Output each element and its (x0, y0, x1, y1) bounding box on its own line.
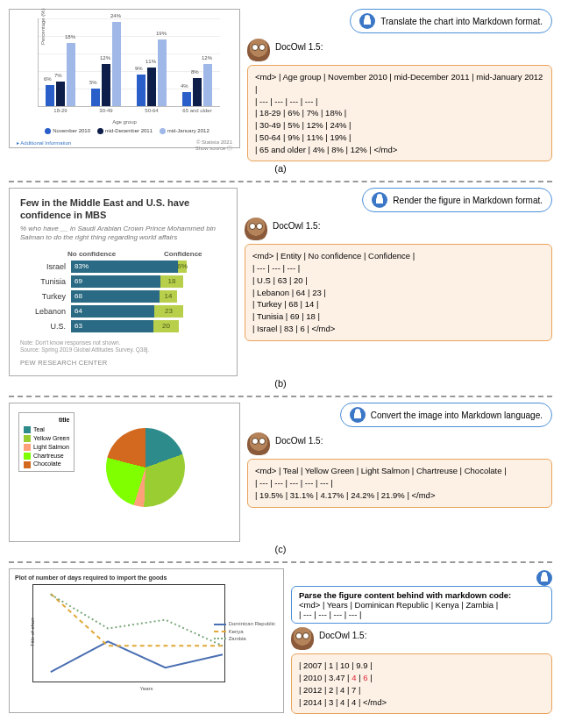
response-box: <md> | Teal | Yellow Green | Light Salmo… (247, 459, 552, 507)
user-icon (372, 192, 387, 208)
section-d: Plot of number of days required to impor… (9, 568, 552, 714)
owl-icon (247, 39, 270, 61)
user-prompt-text: Convert the image into Markdown language… (371, 410, 543, 420)
user-prompt-text: Translate the chart into Markdown format… (380, 17, 543, 26)
y-axis-label: Percentage (%) (40, 8, 46, 45)
user-icon (359, 13, 375, 29)
prompt-body: <md> | Years | Dominican Republic | Keny… (299, 600, 498, 619)
divider (9, 561, 552, 563)
chart-c-pie: title Teal Yellow Green Light Salmon Cha… (9, 403, 240, 542)
chart-b-horizontal-bar: Few in the Middle East and U.S. have con… (9, 188, 238, 376)
user-icon (350, 407, 366, 423)
line-legend: Dominican Republic Kenya Zambia (214, 620, 275, 642)
divider (9, 181, 552, 182)
owl-icon (245, 218, 267, 240)
section-label-a: (a) (9, 163, 552, 174)
chart-title: Few in the Middle East and U.S. have con… (20, 197, 226, 220)
pie-legend: title Teal Yellow Green Light Salmon Cha… (18, 412, 75, 472)
additional-info-link[interactable]: ▸ Additional Information (17, 139, 71, 153)
owl-label: DocOwl 1.5: (273, 221, 320, 231)
owl-label: DocOwl 1.5: (275, 436, 323, 446)
user-prompt-bubble: Render the figure in Markdown format. (362, 188, 552, 212)
section-label-b: (b) (9, 378, 552, 389)
x-axis-label: Age group (15, 119, 234, 125)
owl-label: DocOwl 1.5: (275, 42, 323, 52)
response-box: <md> | Entity | No confidence | Confiden… (245, 244, 552, 340)
user-prompt-text: Render the figure in Markdown format. (393, 196, 543, 205)
chart-title: Plot of number of days required to impor… (15, 575, 278, 581)
section-b: Few in the Middle East and U.S. have con… (9, 188, 552, 389)
user-prompt-bubble: Convert the image into Markdown language… (340, 403, 552, 427)
user-icon (536, 570, 552, 586)
chart-source-org: PEW RESEARCH CENTER (20, 359, 226, 367)
x-axis-label: Years (15, 686, 278, 691)
response-box: | 2007 | 1 | 10 | 9.9 | | 2010 | 3.47 | … (291, 653, 552, 714)
section-c: title Teal Yellow Green Light Salmon Cha… (9, 403, 552, 554)
response-box: <md> | Age group | November 2010 | mid-D… (247, 65, 552, 161)
owl-icon (247, 432, 270, 455)
section-a: Percentage (%) 6% 7% 18% 18-29 5% 12% 24… (9, 9, 552, 174)
user-prompt-bubble: Translate the chart into Markdown format… (350, 9, 552, 33)
chart-note: Note: Don't know responses not shown. So… (20, 339, 226, 354)
chart-legend: November 2010 mid-December 2011 mid-Janu… (15, 128, 234, 134)
divider (9, 396, 552, 397)
pie-chart (106, 428, 185, 507)
owl-label: DocOwl 1.5: (319, 631, 366, 640)
chart-subtitle: % who have __ in Saudi Arabian Crown Pri… (20, 225, 226, 243)
chart-a-grouped-bar: Percentage (%) 6% 7% 18% 18-29 5% 12% 24… (9, 9, 240, 148)
prompt-header: Parse the figure content behind with mar… (299, 590, 511, 600)
owl-icon (291, 627, 314, 650)
chart-d-line: Plot of number of days required to impor… (9, 568, 284, 713)
section-label-c: (c) (9, 544, 552, 554)
user-prompt-box: Parse the figure content behind with mar… (291, 586, 552, 624)
source-text: © Statista 2021Show source ⓘ (195, 139, 232, 153)
